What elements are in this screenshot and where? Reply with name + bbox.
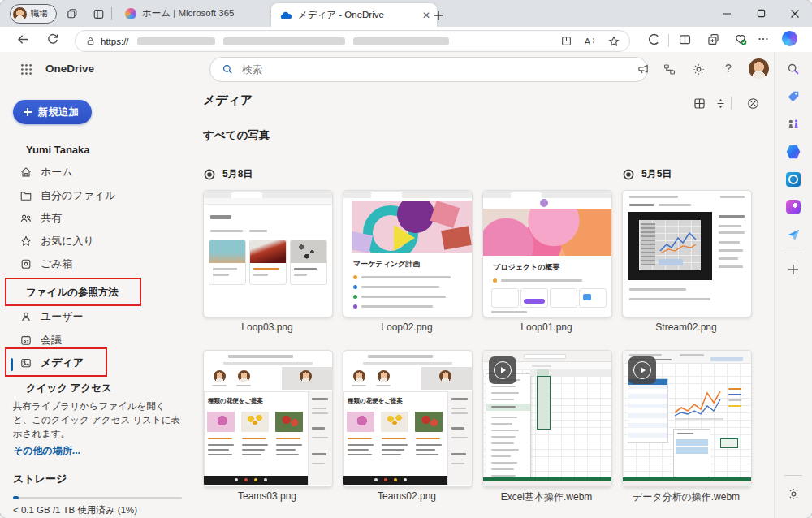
browser-profile-button[interactable]: 職場	[10, 4, 57, 24]
media-tile-loop02[interactable]: マーケティング計画	[343, 190, 473, 317]
sidebar-item-label: 共有	[41, 211, 62, 226]
workspaces-icon[interactable]	[64, 6, 80, 22]
shopping-icon[interactable]	[785, 88, 801, 105]
settings-gear-icon[interactable]	[690, 61, 706, 77]
close-button[interactable]	[778, 0, 812, 27]
media-tile-teams03[interactable]: 種類の花便をご提案	[203, 350, 333, 487]
date-group-may5[interactable]: 5月5日	[622, 167, 672, 181]
date-select-circle-icon	[203, 168, 216, 181]
read-aloud-icon[interactable]: A	[577, 35, 602, 47]
all-photos-heading: すべての写真	[203, 128, 270, 143]
sidebar-item-label: ユーザー	[41, 309, 84, 324]
thumb-heading: 種類の花便をご提案	[348, 397, 403, 405]
recycle-bin-icon	[19, 257, 32, 270]
refresh-icon[interactable]	[45, 31, 61, 47]
media-page: メディア すべての写真 5月8日 5月5日	[195, 86, 775, 518]
games-icon[interactable]	[785, 116, 801, 132]
sidebar-search-icon[interactable]	[785, 61, 801, 77]
minimize-button[interactable]	[710, 0, 744, 27]
sort-size-icon[interactable]	[711, 94, 729, 112]
annotation-box-browse-section	[5, 278, 141, 306]
media-tile-excel-webm[interactable]	[482, 350, 612, 487]
address-bar[interactable]: https:// A	[75, 30, 630, 52]
thumbnail-preview: 種類の花便をご提案	[204, 351, 332, 486]
storage-title: ストレージ	[13, 472, 67, 486]
sidebar-item-label: お気に入り	[41, 234, 94, 248]
account-avatar[interactable]	[749, 58, 769, 79]
copilot-icon[interactable]	[781, 30, 797, 46]
collections-icon[interactable]	[705, 31, 721, 47]
file-name: Loop02.png	[343, 322, 471, 333]
folder-icon	[19, 189, 32, 202]
tab-microsoft365-home[interactable]: ホーム | Microsoft 365 ✕	[117, 0, 284, 27]
slash-circle-icon[interactable]	[744, 94, 762, 112]
svg-text:A: A	[584, 37, 590, 46]
sidebar-item-shared[interactable]: 共有	[19, 209, 62, 228]
thumbnail-preview: プロジェクトの概要	[483, 191, 611, 317]
media-tile-loop01[interactable]: プロジェクトの概要	[482, 190, 612, 317]
thumbnail-preview	[204, 191, 332, 317]
sidebar-item-recycle-bin[interactable]: ごみ箱	[19, 254, 73, 274]
app-title: OneDrive	[45, 63, 94, 75]
sidebar-settings-gear-icon[interactable]	[785, 486, 801, 502]
plus-icon	[23, 107, 32, 117]
file-name: Teams03.png	[203, 490, 331, 502]
tab-close-icon[interactable]: ✕	[422, 10, 430, 21]
quick-access-description: 共有ライブラリからファイルを開くと、このクイック アクセス リストに表示されます…	[13, 399, 182, 441]
search-input[interactable]	[240, 63, 585, 76]
sidebar-item-favorites[interactable]: お気に入り	[19, 231, 94, 251]
date-group-may8[interactable]: 5月8日	[203, 167, 253, 181]
profile-label: 職場	[31, 8, 48, 19]
app-launcher-icon[interactable]	[18, 61, 34, 77]
screenshot: 職場 ホーム | Microsoft 365 ✕ メディア - OneDrive…	[0, 0, 812, 518]
new-tab-icon[interactable]	[430, 7, 447, 24]
media-tile-loop03[interactable]	[203, 190, 333, 317]
view-grid-icon[interactable]	[690, 94, 708, 112]
split-screen-icon[interactable]	[676, 31, 693, 47]
redacted-url	[223, 37, 345, 45]
more-menu-icon[interactable]	[755, 31, 771, 47]
sidebar-item-my-files[interactable]: 自分のファイル	[19, 186, 116, 205]
customize-sidebar-icon[interactable]	[785, 261, 801, 278]
back-icon[interactable]	[15, 31, 31, 47]
split-window-page-icon[interactable]	[555, 35, 577, 47]
browser-essentials-icon[interactable]	[732, 31, 749, 47]
date-label: 5月8日	[222, 167, 253, 181]
onedrive-header: OneDrive ?	[0, 52, 775, 86]
designer-icon[interactable]	[785, 199, 801, 215]
tab-title: メディア - OneDrive	[298, 9, 384, 21]
star-icon	[19, 235, 32, 248]
tab-onedrive-media[interactable]: メディア - OneDrive ✕	[271, 3, 437, 27]
thumbnail-preview	[483, 351, 611, 486]
other-locations-link[interactable]: その他の場所...	[13, 444, 80, 458]
help-icon[interactable]: ?	[721, 61, 736, 76]
sidebar-item-people[interactable]: ユーザー	[19, 307, 84, 326]
storage-progress-bar	[13, 497, 182, 499]
media-tile-teams02[interactable]: 種類の花便をご提案	[343, 350, 473, 487]
annotation-box-media-item	[5, 347, 107, 377]
feedback-megaphone-icon[interactable]	[635, 61, 651, 77]
org-settings-icon[interactable]	[661, 61, 677, 77]
sidebar-item-home[interactable]: ホーム	[19, 162, 73, 182]
media-tile-data-analysis-webm[interactable]	[622, 350, 752, 487]
url-protocol: https://	[101, 37, 129, 46]
outlook-icon[interactable]	[785, 171, 801, 188]
date-select-circle-icon	[622, 168, 635, 181]
onedrive-cloud-icon	[279, 11, 292, 20]
search-box[interactable]	[209, 57, 648, 82]
microsoft365-copilot-icon[interactable]	[785, 144, 801, 160]
tab-actions-icon[interactable]	[90, 6, 106, 22]
drop-icon[interactable]	[785, 227, 801, 243]
favorite-star-icon[interactable]	[602, 35, 626, 48]
play-button-icon	[628, 356, 656, 384]
add-new-button[interactable]: 新規追加	[13, 100, 92, 124]
media-tile-stream02[interactable]	[622, 190, 752, 317]
maximize-button[interactable]	[744, 0, 778, 27]
add-new-label: 新規追加	[38, 106, 79, 119]
thumbnail-preview	[623, 191, 751, 317]
lock-icon	[85, 36, 96, 46]
thumbnail-preview	[623, 351, 751, 486]
sidebar-item-label: ごみ箱	[41, 257, 73, 271]
copilot-c-icon[interactable]	[646, 31, 662, 47]
thumb-heading: 種類の花便をご提案	[208, 397, 263, 405]
